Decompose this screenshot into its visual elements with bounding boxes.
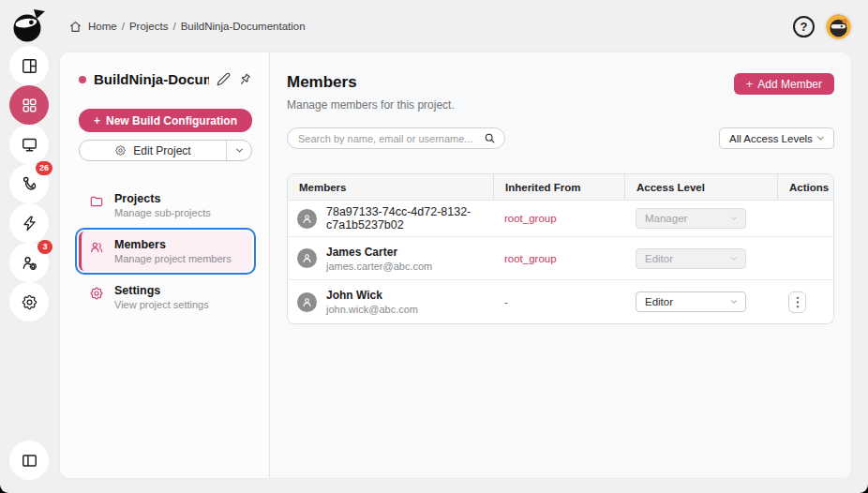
nav-members-label: Members xyxy=(114,238,232,251)
access-cell: Editor xyxy=(624,280,777,323)
member-cell: James Carter james.carter@abc.com xyxy=(288,237,493,279)
new-build-configuration-button[interactable]: + New Build Configuration xyxy=(79,109,252,132)
nav-item-members[interactable]: Members Manage project members xyxy=(79,232,252,271)
access-level-filter-value: All Access Levels xyxy=(729,133,813,144)
page-subtitle: Manage members for this project. xyxy=(287,98,455,112)
pencil-icon xyxy=(217,72,231,86)
project-nav: Projects Manage sub-projects Members Man… xyxy=(79,186,252,317)
members-controls: All Access Levels xyxy=(287,127,834,149)
folder-icon xyxy=(89,194,104,209)
member-email: john.wick@abc.com xyxy=(326,304,418,315)
nav-item-settings[interactable]: Settings View project settings xyxy=(79,277,252,317)
access-level-value: Manager xyxy=(645,213,687,224)
members-badge: 3 xyxy=(37,240,52,254)
inherited-none: - xyxy=(504,296,508,307)
access-level-select[interactable]: Editor xyxy=(636,291,746,312)
user-management-button[interactable]: 3 xyxy=(9,243,49,282)
new-build-label: New Build Configuration xyxy=(106,114,237,127)
members-icon xyxy=(89,240,104,255)
chevron-down-icon xyxy=(234,145,245,156)
add-member-button[interactable]: + Add Member xyxy=(734,73,834,95)
agents-monitor-button[interactable] xyxy=(9,125,49,164)
member-search xyxy=(287,127,505,149)
access-cell: Manager xyxy=(624,201,777,236)
lightning-icon xyxy=(21,215,38,232)
access-level-select: Manager xyxy=(636,208,746,229)
left-rail: 26 3 xyxy=(0,0,58,493)
inherited-cell: root_group xyxy=(493,237,624,279)
chevron-down-icon xyxy=(729,297,739,306)
topbar-actions: ? xyxy=(793,14,851,39)
queue-badge: 26 xyxy=(36,161,52,175)
member-name: James Carter xyxy=(326,246,432,259)
monitor-icon xyxy=(21,136,38,154)
access-level-filter[interactable]: All Access Levels xyxy=(719,127,834,149)
inherited-group-link[interactable]: root_group xyxy=(504,253,557,264)
content-card: BuildNinja-Docum... + New Build Con xyxy=(60,52,851,478)
members-table: Members Inherited From Access Level Acti… xyxy=(287,173,834,324)
page-title: Members xyxy=(287,73,455,92)
breadcrumb-projects[interactable]: Projects xyxy=(129,21,169,32)
edit-title-button[interactable] xyxy=(217,72,231,86)
help-button[interactable]: ? xyxy=(793,16,815,37)
member-cell: John Wick john.wick@abc.com xyxy=(288,280,493,323)
edit-project-dropdown-button[interactable] xyxy=(226,141,251,160)
user-avatar[interactable] xyxy=(826,14,851,39)
user-gear-icon xyxy=(21,254,38,272)
inherited-cell: - xyxy=(493,280,624,323)
project-panel: BuildNinja-Docum... + New Build Con xyxy=(60,52,270,478)
access-level-value: Editor xyxy=(645,253,673,264)
breadcrumb-current[interactable]: BuildNinja-Documentation xyxy=(181,21,306,32)
plus-icon: + xyxy=(746,77,754,91)
member-name: 78a97133-74cc-4d72-8132-c7a1b5237b02 xyxy=(326,205,493,232)
column-header-members: Members xyxy=(288,174,493,200)
member-search-input[interactable] xyxy=(298,133,484,144)
project-title: BuildNinja-Docum... xyxy=(94,71,209,87)
pin-project-button[interactable] xyxy=(238,72,252,86)
project-status-dot xyxy=(79,76,86,83)
add-member-label: Add Member xyxy=(757,78,822,91)
column-header-access: Access Level xyxy=(624,174,777,200)
table-row: 78a97133-74cc-4d72-8132-c7a1b5237b02 roo… xyxy=(288,201,833,237)
member-avatar xyxy=(297,292,317,312)
table-row: John Wick john.wick@abc.com - Editor xyxy=(288,280,833,323)
inherited-group-link[interactable]: root_group xyxy=(504,213,557,224)
pin-icon xyxy=(238,72,252,86)
actions-cell xyxy=(777,201,833,236)
kebab-menu-icon xyxy=(796,296,800,308)
nav-item-projects[interactable]: Projects Manage sub-projects xyxy=(79,186,252,225)
row-actions-menu-button[interactable] xyxy=(788,291,806,313)
dashboard-icon-button[interactable] xyxy=(9,46,49,85)
build-queue-button[interactable]: 26 xyxy=(9,164,49,203)
project-title-row: BuildNinja-Docum... xyxy=(79,71,252,87)
gear-icon xyxy=(21,293,38,311)
edit-project-split-button: Edit Project xyxy=(79,140,252,161)
search-icon[interactable] xyxy=(484,132,496,144)
admin-settings-button[interactable] xyxy=(9,282,49,321)
app-surface: 26 3 xyxy=(0,0,868,493)
grid-icon xyxy=(21,97,38,114)
column-header-inherited: Inherited From xyxy=(493,174,624,200)
app-window: 26 3 xyxy=(0,0,868,493)
member-cell: 78a97133-74cc-4d72-8132-c7a1b5237b02 xyxy=(288,201,493,236)
breadcrumb-separator: / xyxy=(172,21,175,32)
person-icon xyxy=(301,296,313,308)
member-name: John Wick xyxy=(326,289,418,302)
chevron-down-icon xyxy=(729,254,739,263)
edit-project-label: Edit Project xyxy=(133,144,190,157)
breadcrumb-separator: / xyxy=(122,21,125,32)
table-row: James Carter james.carter@abc.com root_g… xyxy=(288,237,833,280)
projects-grid-button[interactable] xyxy=(9,85,49,125)
members-section: Members Manage members for this project.… xyxy=(270,52,851,478)
column-header-actions: Actions xyxy=(777,174,833,200)
collapse-sidebar-button[interactable] xyxy=(9,441,49,480)
nav-settings-label: Settings xyxy=(114,284,209,297)
breadcrumb-home[interactable]: Home xyxy=(88,21,117,32)
person-icon xyxy=(301,252,313,264)
edit-project-button[interactable]: Edit Project xyxy=(80,141,226,160)
member-avatar xyxy=(297,248,317,268)
buildninja-logo[interactable] xyxy=(10,7,48,44)
access-cell: Editor xyxy=(624,237,777,279)
actions-cell xyxy=(777,280,833,323)
changes-button[interactable] xyxy=(9,203,49,243)
